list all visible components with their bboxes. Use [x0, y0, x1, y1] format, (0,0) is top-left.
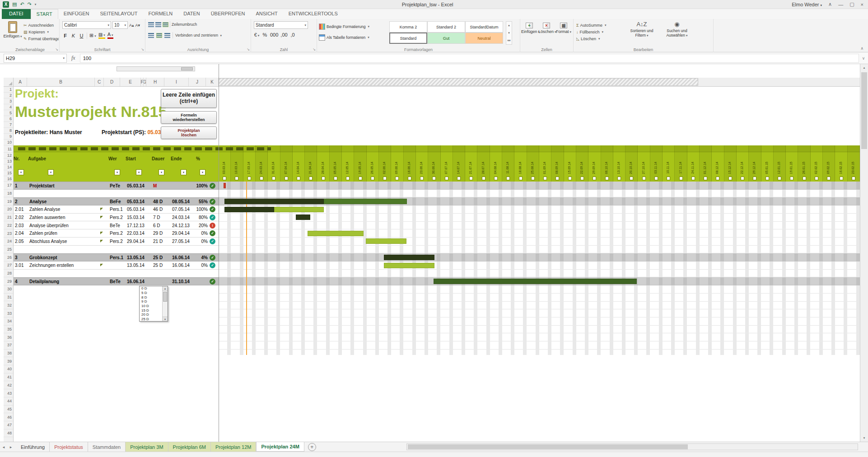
- cell-ende-3[interactable]: 16.06.14: [171, 254, 196, 261]
- column-header-E[interactable]: E: [120, 78, 141, 86]
- column-header-I[interactable]: I: [164, 78, 189, 86]
- cell-wer-3.01[interactable]: [108, 261, 126, 269]
- gantt-filter-box[interactable]: [223, 177, 226, 180]
- restore-button[interactable]: ▢: [849, 1, 854, 7]
- gantt-bar-row20[interactable]: [274, 207, 324, 212]
- sheet-tab-projektplan-12m[interactable]: Projektplan 12M: [211, 442, 257, 452]
- gantt-bar-row19[interactable]: [224, 199, 324, 204]
- sheet-tab-projektstatus[interactable]: Projektstatus: [50, 442, 88, 452]
- cell-task-3.01[interactable]: Zeichnungen erstellen: [28, 261, 99, 269]
- cell-wer-2.01[interactable]: Pers.1: [108, 205, 126, 213]
- duration-option-5-d[interactable]: 5 D: [140, 291, 162, 295]
- filter-button-4[interactable]: ▾: [159, 169, 164, 175]
- cell-start-2.05[interactable]: 29.04.14: [126, 238, 152, 245]
- row-header-2[interactable]: 2: [4, 93, 13, 98]
- comma-style-button[interactable]: 000: [270, 32, 278, 37]
- minimize-button[interactable]: —: [838, 2, 843, 7]
- row-header-32[interactable]: 32: [4, 302, 13, 310]
- cell-ende-4[interactable]: 31.10.14: [171, 278, 196, 285]
- cell-pct-4[interactable]: [196, 278, 209, 285]
- insert-empty-row-button[interactable]: Leere Zeile einfügen(ctrl+e): [161, 89, 217, 108]
- gantt-filter-box[interactable]: [297, 177, 300, 180]
- cell-start-4[interactable]: 16.06.14: [126, 278, 152, 285]
- cell-task-2.03[interactable]: Analyse überprüfen: [28, 222, 99, 229]
- duration-option-8-d[interactable]: 8 D: [140, 295, 162, 299]
- duration-option-0-d[interactable]: 0 D: [140, 286, 162, 291]
- row-header-5[interactable]: 5: [4, 110, 13, 116]
- cell-wer-2[interactable]: BeFe: [108, 198, 126, 205]
- gantt-filter-box[interactable]: [272, 177, 275, 180]
- name-box[interactable]: H29▾: [4, 54, 67, 63]
- row-header-44[interactable]: 44: [4, 397, 13, 406]
- format-cells-button[interactable]: ▦Format▾: [555, 23, 572, 34]
- row-header-48[interactable]: 48: [4, 429, 13, 438]
- cell-dauer-2.01[interactable]: 46 D: [152, 205, 171, 213]
- cell-nr-2.03[interactable]: 2.03: [14, 222, 28, 229]
- row-header-15[interactable]: 15: [4, 170, 13, 176]
- ribbon-tab-berpr-fen[interactable]: ÜBERPRÜFEN: [205, 9, 251, 19]
- gantt-filter-box[interactable]: [852, 177, 855, 180]
- sheet-tab-stammdaten[interactable]: Stammdaten: [88, 442, 126, 452]
- gantt-filter-box[interactable]: [457, 177, 461, 180]
- cell-pct-2.04[interactable]: 0%: [196, 229, 209, 237]
- cell-dauer-4[interactable]: [152, 278, 171, 285]
- gantt-filter-box[interactable]: [506, 177, 510, 180]
- percent-style-button[interactable]: %: [262, 32, 268, 37]
- align-middle-icon[interactable]: [155, 22, 161, 27]
- gantt-filter-box[interactable]: [827, 177, 831, 180]
- style-neutral[interactable]: Neutral: [465, 33, 503, 44]
- gantt-filter-box[interactable]: [840, 177, 843, 180]
- horizontal-scrollbar[interactable]: [406, 443, 858, 450]
- filter-button-0[interactable]: ▾: [18, 169, 24, 175]
- row-header-23[interactable]: 23: [4, 229, 13, 238]
- column-header-H[interactable]: H: [146, 78, 164, 86]
- gantt-bar-row17[interactable]: [224, 183, 226, 188]
- row-header-8[interactable]: 8: [4, 128, 13, 134]
- gantt-bar-row23[interactable]: [308, 231, 364, 236]
- cell-task-2.04[interactable]: Zahlen prüfen: [28, 229, 99, 237]
- gantt-filter-box[interactable]: [432, 177, 436, 180]
- find-select-button[interactable]: ◉Suchen und Auswählen▾: [662, 21, 692, 37]
- cell-dauer-3.01[interactable]: 25 D: [152, 261, 171, 269]
- row-header-40[interactable]: 40: [4, 365, 13, 373]
- row-header-11[interactable]: 11: [4, 145, 13, 153]
- gantt-bar-row26[interactable]: [384, 255, 434, 260]
- cell-pct-2[interactable]: 55%: [196, 198, 209, 205]
- duration-option-25-d[interactable]: 25 D: [140, 317, 162, 321]
- dropdown-scroll-thumb[interactable]: [163, 292, 167, 302]
- conditional-formatting-button[interactable]: Bedingte Formatierung▾: [319, 21, 387, 32]
- align-bottom-icon[interactable]: [163, 22, 168, 27]
- gantt-filter-box[interactable]: [617, 177, 621, 180]
- row-header-41[interactable]: 41: [4, 373, 13, 382]
- cell-nr-2.01[interactable]: 2.01: [14, 205, 28, 213]
- gantt-filter-box[interactable]: [519, 177, 523, 180]
- paste-button[interactable]: Einfügen▾: [3, 20, 23, 46]
- row-header-14[interactable]: 14: [4, 164, 13, 170]
- wrap-text-button[interactable]: Zeilenumbruch: [172, 22, 197, 27]
- cell-start-2.03[interactable]: 17.12.13: [126, 222, 152, 229]
- gantt-filter-box[interactable]: [704, 177, 707, 180]
- row-header-33[interactable]: 33: [4, 309, 13, 317]
- align-center-icon[interactable]: [156, 33, 162, 38]
- gantt-bar-row21[interactable]: [296, 215, 310, 220]
- sheet-tab-projektplan-3m[interactable]: Projektplan 3M: [126, 442, 168, 452]
- cell-start-3[interactable]: 13.05.14: [126, 254, 152, 261]
- sheet-tab-einf-hrung[interactable]: Einführung: [16, 442, 50, 452]
- style-standard[interactable]: Standard: [389, 33, 427, 44]
- cell-ende-2.03[interactable]: 24.12.13: [171, 222, 196, 229]
- decrease-decimal-button[interactable]: ,0: [290, 32, 296, 37]
- column-header-B[interactable]: B: [27, 78, 95, 86]
- merge-center-button[interactable]: Verbinden und zentrieren ▾: [175, 33, 222, 37]
- gantt-filter-box[interactable]: [593, 177, 596, 180]
- row-header-24[interactable]: 24: [4, 238, 13, 246]
- gantt-filter-box[interactable]: [642, 177, 646, 180]
- cell-nr-2[interactable]: 2: [14, 198, 28, 205]
- accounting-format-button[interactable]: €▾: [254, 32, 260, 37]
- row-header-20[interactable]: 20: [4, 205, 13, 214]
- format-as-table-button[interactable]: Als Tabelle formatieren▾: [319, 32, 387, 43]
- cell-wer-2.04[interactable]: Pers.2: [108, 229, 126, 237]
- dialog-launcher-icon[interactable]: ↘: [313, 47, 316, 51]
- filter-button-3[interactable]: ▾: [136, 169, 142, 175]
- style-standarddatum[interactable]: StandardDatum: [465, 21, 503, 33]
- row-header-19[interactable]: 19: [4, 197, 13, 205]
